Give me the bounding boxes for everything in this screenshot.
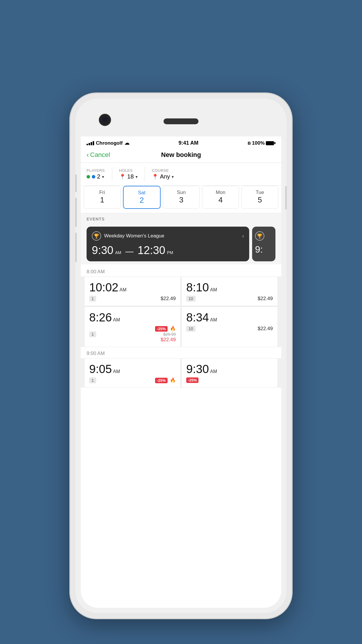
tee-footer-sale: 1 -25% 🔥 (89, 377, 176, 383)
date-num-label: 2 (140, 196, 144, 205)
tee-original-price: $29.99 (155, 332, 176, 337)
tee-slot-834[interactable]: 8:34 AM 10 $22.49 (181, 307, 278, 347)
course-value-row: 📍 Any ▾ (152, 173, 174, 180)
event-time-range: 9:30 AM — 12:30 PM (92, 244, 244, 257)
date-tue-5[interactable]: Tue 5 (241, 186, 278, 209)
tee-hour: 8:10 (186, 281, 209, 294)
cancel-button[interactable]: ‹ Cancel (87, 151, 110, 159)
event-start-suffix: AM (115, 250, 121, 255)
date-num-label: 5 (258, 195, 262, 204)
tee-sale-price: $22.49 (155, 337, 176, 343)
tee-slot-905[interactable]: 9:05 AM 1 -25% 🔥 (84, 358, 181, 388)
fire-icon: 🔥 (170, 378, 176, 383)
events-section-header: EVENTS (81, 213, 281, 224)
tee-footer: 10 $22.49 (186, 326, 273, 332)
holes-pin-icon: 📍 (119, 174, 126, 180)
tee-footer: 10 $22.49 (186, 296, 273, 302)
carrier-label: Chronogolf (96, 140, 123, 146)
event-card-partial[interactable]: 🏆 9: (252, 227, 275, 261)
phone-screen: Chronogolf ☁ 9:41 AM B 100% ‹ Cancel (81, 136, 281, 608)
holes-filter[interactable]: HOLES 📍 18 ▾ (119, 168, 138, 180)
tee-price: $22.49 (258, 296, 273, 302)
fire-icon: 🔥 (170, 326, 176, 331)
tee-hour: 9:05 (89, 363, 112, 376)
event-dash: — (125, 247, 133, 256)
event-partial-time: 9: (255, 244, 273, 255)
course-pin-icon: 📍 (152, 174, 158, 180)
event-chevron-icon: › (242, 233, 244, 239)
filter-row: PLAYERS 2 ▾ HOLES 📍 18 ▾ (81, 163, 281, 186)
tee-footer: 1 $22.49 (89, 296, 176, 302)
events-row: 🏆 Weekday Women's League › 9:30 AM — 12:… (81, 224, 281, 264)
date-day-label: Sun (177, 190, 186, 195)
tee-slot-1002[interactable]: 10:02 AM 1 $22.49 (84, 276, 181, 306)
event-header: 🏆 Weekday Women's League › (92, 231, 244, 241)
player-dot-blue (92, 175, 95, 178)
phone-frame: Chronogolf ☁ 9:41 AM B 100% ‹ Cancel (70, 93, 292, 618)
date-mon-4[interactable]: Mon 4 (202, 186, 239, 209)
tee-time-display: 10:02 AM (89, 281, 176, 294)
discount-badge: -25% (186, 377, 198, 383)
date-day-label: Mon (216, 190, 225, 195)
course-label: COURSE (152, 168, 174, 173)
tee-suffix: AM (113, 317, 120, 323)
event-start-time: 9:30 (92, 244, 113, 257)
tee-price: $22.49 (258, 326, 273, 332)
status-left: Chronogolf ☁ (87, 140, 129, 146)
holes-dropdown-icon: ▾ (136, 174, 138, 179)
course-value: Any (160, 173, 170, 180)
players-count: 2 (97, 173, 100, 180)
tee-holes: 1 (89, 296, 96, 302)
tee-slot-826[interactable]: 8:26 AM 1 -25% 🔥 (84, 307, 181, 347)
date-num-label: 1 (100, 195, 104, 204)
players-filter[interactable]: PLAYERS 2 ▾ (87, 168, 105, 180)
tee-slot-930[interactable]: 9:30 AM -25% (181, 358, 278, 388)
tee-holes: 10 (186, 326, 196, 332)
date-num-label: 3 (179, 195, 183, 204)
players-dropdown-icon: ▾ (102, 174, 104, 179)
tee-holes: 1 (89, 377, 96, 383)
back-chevron-icon: ‹ (87, 151, 89, 159)
date-picker: Fri 1 Sat 2 Sun 3 Mon 4 Tue 5 (81, 186, 281, 213)
holes-value-row: 📍 18 ▾ (119, 173, 138, 180)
event-name: Weekday Women's League (104, 233, 239, 239)
mute-button (75, 174, 77, 192)
course-dropdown-icon: ▾ (172, 174, 174, 179)
tee-price-group: -25% (186, 377, 200, 383)
date-fri-1[interactable]: Fri 1 (84, 186, 121, 209)
time-group-9am: 9:00 AM (81, 347, 281, 358)
tee-holes: 1 (89, 331, 96, 337)
course-filter[interactable]: COURSE 📍 Any ▾ (152, 168, 174, 180)
tee-time-display: 9:05 AM (89, 363, 176, 376)
tee-slot-810[interactable]: 8:10 AM 10 $22.49 (181, 276, 278, 306)
event-card-main[interactable]: 🏆 Weekday Women's League › 9:30 AM — 12:… (87, 227, 249, 261)
tee-sale-tags: -25% 🔥 (155, 326, 176, 332)
wifi-icon: ☁ (124, 140, 129, 146)
power-button (285, 186, 287, 209)
tee-suffix: AM (210, 287, 217, 293)
date-num-label: 4 (219, 195, 223, 204)
status-right: B 100% (248, 140, 275, 146)
tee-grid-8am: 10:02 AM 1 $22.49 8:10 (81, 276, 281, 347)
tee-hour: 9:30 (186, 363, 209, 376)
tee-suffix: AM (120, 287, 126, 293)
date-sun-3[interactable]: Sun 3 (163, 186, 200, 209)
events-label: EVENTS (87, 217, 275, 221)
tee-time-display: 8:26 AM (89, 311, 176, 324)
date-day-label: Fri (99, 190, 105, 195)
tee-hour: 8:26 (89, 311, 112, 324)
trophy-icon: 🏆 (92, 231, 101, 241)
bluetooth-icon: B (248, 141, 251, 146)
date-sat-2[interactable]: Sat 2 (123, 186, 161, 209)
holes-label: HOLES (119, 168, 138, 173)
tee-hour: 8:34 (186, 311, 209, 324)
tee-suffix: AM (113, 369, 120, 374)
tee-original-price-text: $29.99 (163, 332, 176, 337)
phone-speaker (164, 118, 198, 124)
phone-camera (99, 114, 111, 126)
tee-time-display: 8:34 AM (186, 311, 273, 324)
scrollable-content[interactable]: EVENTS 🏆 Weekday Women's League › 9:30 A… (81, 213, 281, 597)
tee-price: $22.49 (161, 296, 176, 302)
filter-separator-2 (145, 167, 145, 181)
times-section: 8:00 AM 10:02 AM 1 $22.49 (81, 264, 281, 388)
